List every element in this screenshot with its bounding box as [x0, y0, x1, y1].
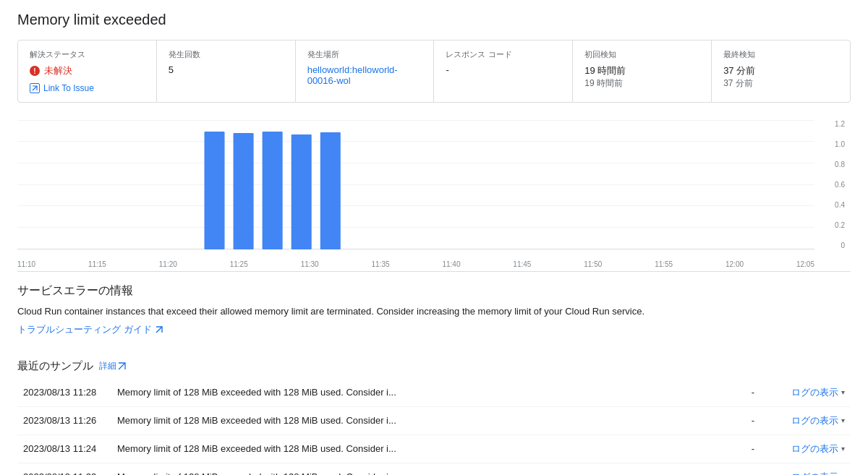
meta-cell-response: レスポンス コード - [434, 40, 573, 102]
samples-section: 最近のサンプル 詳細 2023/08/13 11:28 Memory limit… [17, 359, 851, 476]
sample-message: Memory limit of 128 MiB exceeded with 12… [111, 406, 742, 435]
meta-cell-location: 発生場所 helloworld:helloworld-00016-wol [296, 40, 435, 102]
sample-message: Memory limit of 128 MiB exceeded with 12… [111, 463, 742, 475]
sample-message: Memory limit of 128 MiB exceeded with 12… [111, 379, 742, 407]
log-label: ログの表示 [791, 414, 838, 427]
x-label-1205: 12:05 [796, 260, 814, 268]
sample-action[interactable]: ログの表示 ▾ [764, 463, 851, 475]
meta-label-location: 発生場所 [307, 49, 422, 60]
svg-rect-4 [320, 132, 341, 249]
external-link-small-icon [118, 362, 126, 370]
samples-table: 2023/08/13 11:28 Memory limit of 128 MiB… [17, 379, 851, 476]
sample-dash: - [742, 463, 764, 475]
meta-value-response: - [446, 64, 561, 75]
x-label-1145: 11:45 [513, 260, 531, 268]
meta-value-count: 5 [169, 64, 284, 75]
meta-cell-first-detected: 初回検知 19 時間前 19 時間前 [573, 40, 712, 102]
y-label-08: 0.8 [835, 161, 845, 168]
meta-cell-last-detected: 最終検知 37 分前 37 分前 [712, 40, 850, 102]
y-label-0: 0 [841, 241, 845, 249]
troubleshoot-label: トラブルシューティング ガイド [17, 323, 152, 336]
sample-date: 2023/08/13 11:22 [17, 463, 111, 475]
meta-label-count: 発生回数 [169, 49, 284, 60]
sample-message: Memory limit of 128 MiB exceeded with 12… [111, 435, 742, 463]
sample-date: 2023/08/13 11:26 [17, 406, 111, 435]
svg-rect-0 [204, 132, 224, 249]
chart-y-axis: 0 0.2 0.4 0.6 0.8 1.0 1.2 [814, 120, 851, 249]
sample-dash: - [742, 406, 764, 435]
x-label-1125: 11:25 [230, 260, 248, 268]
meta-value-first-detected-1: 19 時間前 [584, 64, 699, 77]
service-error-section: サービスエラーの情報 Cloud Run container instances… [17, 283, 851, 348]
sample-dash: - [742, 379, 764, 407]
y-label-12: 1.2 [835, 120, 845, 128]
x-label-1110: 11:10 [17, 260, 35, 268]
table-row: 2023/08/13 11:22 Memory limit of 128 MiB… [17, 463, 851, 475]
x-label-1130: 11:30 [301, 260, 319, 268]
meta-row: 解決ステータス ! 未解決 Link To Issue 発生回数 5 発生場所 … [17, 40, 851, 103]
x-label-1135: 11:35 [372, 260, 390, 268]
x-label-1150: 11:50 [584, 260, 602, 268]
y-label-04: 0.4 [835, 201, 845, 209]
sample-date: 2023/08/13 11:28 [17, 379, 111, 407]
log-link[interactable]: ログの表示 ▾ [791, 471, 845, 476]
sample-action[interactable]: ログの表示 ▾ [764, 406, 851, 435]
chart-x-axis: 11:10 11:15 11:20 11:25 11:30 11:35 11:4… [17, 249, 814, 271]
log-link[interactable]: ログの表示 ▾ [791, 442, 845, 455]
table-row: 2023/08/13 11:28 Memory limit of 128 MiB… [17, 379, 851, 407]
meta-value-last-detected-2: 37 分前 [723, 77, 838, 90]
service-error-title: サービスエラーの情報 [17, 283, 851, 299]
meta-label-last-detected: 最終検知 [723, 49, 838, 60]
samples-detail-label: 詳細 [99, 360, 116, 372]
troubleshoot-link[interactable]: トラブルシューティング ガイド [17, 323, 163, 336]
meta-value-location[interactable]: helloworld:helloworld-00016-wol [307, 64, 422, 86]
link-icon [30, 83, 40, 93]
status-icon: ! [30, 66, 40, 76]
chart-bars [17, 120, 814, 249]
sample-action[interactable]: ログの表示 ▾ [764, 379, 851, 407]
y-label-06: 0.6 [835, 181, 845, 189]
status-value: 未解決 [44, 64, 72, 77]
meta-cell-resolution: 解決ステータス ! 未解決 Link To Issue [18, 40, 157, 102]
x-label-1115: 11:15 [88, 260, 106, 268]
sample-date: 2023/08/13 11:24 [17, 435, 111, 463]
location-link[interactable]: helloworld:helloworld-00016-wol [307, 64, 398, 86]
sample-dash: - [742, 435, 764, 463]
samples-header: 最近のサンプル 詳細 [17, 359, 851, 373]
meta-label-first-detected: 初回検知 [584, 49, 699, 60]
table-row: 2023/08/13 11:26 Memory limit of 128 MiB… [17, 406, 851, 435]
log-label: ログの表示 [791, 386, 838, 399]
meta-label-resolution: 解決ステータス [30, 49, 145, 60]
service-error-description: Cloud Run container instances that excee… [17, 304, 851, 319]
link-to-issue-label: Link To Issue [43, 83, 94, 93]
link-to-issue-button[interactable]: Link To Issue [30, 83, 145, 93]
meta-value-first-detected-2: 19 時間前 [584, 77, 699, 90]
table-row: 2023/08/13 11:24 Memory limit of 128 MiB… [17, 435, 851, 463]
chevron-down-icon: ▾ [841, 416, 845, 424]
external-link-icon [155, 325, 163, 334]
log-link[interactable]: ログの表示 ▾ [791, 414, 845, 427]
chart-area [17, 120, 814, 249]
y-label-10: 1.0 [835, 140, 845, 148]
meta-cell-count: 発生回数 5 [157, 40, 296, 102]
samples-title: 最近のサンプル [17, 359, 93, 373]
meta-value-last-detected-1: 37 分前 [723, 64, 838, 77]
sample-action[interactable]: ログの表示 ▾ [764, 435, 851, 463]
samples-detail-link[interactable]: 詳細 [99, 360, 126, 372]
status-unresolved: ! 未解決 [30, 64, 145, 77]
y-label-02: 0.2 [835, 221, 845, 229]
chevron-down-icon: ▾ [841, 445, 845, 453]
svg-rect-3 [292, 134, 312, 249]
log-label: ログの表示 [791, 442, 838, 455]
x-label-1155: 11:55 [655, 260, 673, 268]
log-label: ログの表示 [791, 471, 838, 476]
x-label-1200: 12:00 [726, 260, 744, 268]
meta-label-response: レスポンス コード [446, 49, 561, 60]
x-label-1140: 11:40 [442, 260, 460, 268]
chevron-down-icon: ▾ [841, 388, 845, 396]
log-link[interactable]: ログの表示 ▾ [791, 386, 845, 399]
svg-rect-1 [234, 133, 254, 249]
x-label-1120: 11:20 [159, 260, 177, 268]
page-title: Memory limit exceeded [17, 12, 851, 28]
svg-rect-2 [263, 132, 283, 249]
